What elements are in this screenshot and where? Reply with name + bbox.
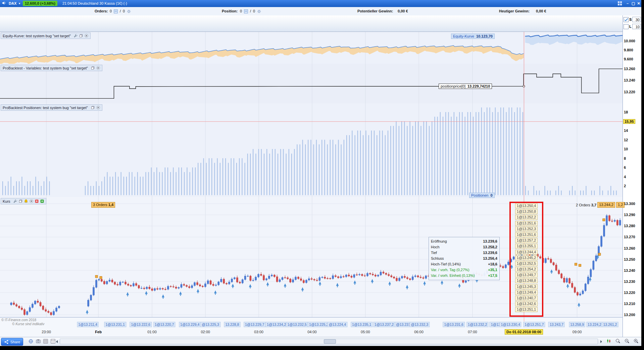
position-label: Position:: [222, 7, 238, 15]
stop-distance-input[interactable]: 30: [632, 17, 641, 22]
orders-badge-right[interactable]: 2 Orders 3,7 13.244,2 1,2: [576, 202, 625, 208]
sound-icon[interactable]: [2, 1, 6, 5]
price-axis-chip: 1@13.229,4: [179, 322, 201, 327]
price-tick: 13.260: [624, 246, 635, 250]
stop-sell-table-icon[interactable]: [549, 36, 553, 41]
crosshair-tool[interactable]: [128, 35, 137, 43]
maximize-button[interactable]: ▢: [631, 0, 636, 7]
minimize-button[interactable]: –: [625, 0, 630, 7]
orders-settings-icon[interactable]: [127, 9, 131, 14]
quantity-up-icon[interactable]: ▴: [261, 37, 262, 40]
buy-mkt-button[interactable]: 12601,0: [591, 36, 614, 45]
time-label: 03:00: [254, 330, 263, 334]
chevron-down-icon: ▾: [433, 38, 435, 41]
tooltip-row: Hoch13.258,2: [431, 244, 497, 250]
units-value: (x) Einheiten: [266, 38, 287, 42]
close-button[interactable]: ✕: [636, 0, 641, 7]
tooltip-row: Schluss13.256,4: [431, 256, 497, 261]
ohlc-tooltip: Eröffnung13.239,6Hoch13.258,2Tief13.239,…: [429, 237, 500, 280]
zigzag-multi-tool[interactable]: [119, 35, 128, 43]
anz-input[interactable]: 1: [496, 37, 513, 42]
s-label: S: [629, 17, 632, 21]
equity-tick: 9.800: [624, 48, 633, 52]
buy-flag-icon[interactable]: [40, 199, 44, 203]
instrument-symbol[interactable]: DAX: [9, 0, 16, 7]
wrench-icon[interactable]: [73, 34, 78, 38]
stop-checkbox[interactable]: [624, 17, 629, 22]
close-icon[interactable]: [84, 34, 89, 38]
close-icon[interactable]: [96, 66, 100, 70]
restore-icon[interactable]: [18, 199, 23, 203]
position-sep: /: [250, 7, 251, 15]
zigzag-tool[interactable]: [111, 35, 120, 43]
scroll-left-icon[interactable]: [55, 339, 59, 344]
order-label: 1@13.254,2: [515, 267, 538, 272]
bell-icon[interactable]: [24, 199, 28, 203]
l-label: L: [629, 24, 632, 29]
position-settings-icon[interactable]: [257, 9, 261, 14]
positions-panel-title[interactable]: ProBacktest Positionen: test system bug …: [1, 104, 102, 111]
workspace-icon[interactable]: [617, 1, 622, 6]
units-select[interactable]: (x) Einheiten ▾: [264, 36, 319, 43]
crosshair-date-label: Do 01.02.2018 08:00: [505, 329, 543, 335]
variables-panel-title[interactable]: ProBacktest - Variables: test system bug…: [1, 65, 102, 71]
chart-style-select[interactable]: ▾: [418, 36, 437, 43]
camera-icon[interactable]: [36, 339, 41, 344]
price-axis-chip: 1@13.235,1: [351, 322, 373, 327]
order-label: 1@13.250,8: [515, 209, 538, 214]
positions-tick: 4: [624, 175, 626, 179]
scroll-right-icon[interactable]: [599, 339, 603, 344]
quantity-stepper[interactable]: 10000 ▴▾: [232, 36, 264, 43]
equity-panel-title[interactable]: Equity-Kurve: test system bug "set targe…: [1, 33, 91, 39]
order-label: 1@13.255,1: [515, 244, 538, 249]
positions-chart-panel[interactable]: [0, 103, 623, 197]
anz-label: Anz: [501, 32, 506, 36]
chart-scrollbar[interactable]: [60, 339, 598, 344]
orders-sep: /: [120, 7, 121, 15]
brush-tool[interactable]: [94, 35, 103, 43]
restore-icon[interactable]: [79, 34, 83, 38]
price-axis-chip: 13.258,9: [569, 322, 585, 327]
delete-tool[interactable]: [103, 35, 111, 43]
position-list-icon[interactable]: [244, 9, 248, 14]
position-count2: 0: [253, 7, 255, 15]
kurs-panel-title[interactable]: Kurs: [1, 198, 46, 204]
orders-badge-left[interactable]: 3 Orders 1,4: [91, 202, 115, 208]
grid-icon[interactable]: [43, 339, 48, 344]
positions-tick: 6: [624, 165, 626, 169]
candles-icon[interactable]: [606, 338, 611, 344]
potential-profit-value: 0,00 €: [398, 7, 408, 15]
zoom-reset-icon[interactable]: [615, 338, 621, 344]
positions-panel-title-text: ProBacktest Positionen: test system bug …: [3, 106, 88, 110]
time-label: 06:00: [414, 330, 424, 334]
limit-distance-input[interactable]: 10: [632, 24, 641, 29]
today-profit-label: Heutiger Gewinn:: [499, 7, 530, 15]
orders-list-icon[interactable]: [113, 9, 118, 14]
zoom-in-icon[interactable]: [633, 338, 639, 344]
timeframe-select[interactable]: 1 Minute ▾: [321, 36, 358, 43]
equity-tick: 10.000: [624, 39, 635, 43]
close-icon[interactable]: [96, 105, 100, 110]
limit-buy-table-icon[interactable]: [518, 36, 523, 41]
chevron-down-icon[interactable]: ▾: [19, 0, 20, 7]
close-icon[interactable]: [29, 199, 34, 203]
sell-mkt-button[interactable]: 12599,0: [566, 36, 590, 45]
quantity-down-icon[interactable]: ▾: [261, 40, 262, 42]
limit-checkbox[interactable]: [624, 24, 629, 29]
globe-icon[interactable]: [28, 339, 34, 344]
charts-stage: [0, 0, 641, 346]
wrench-icon[interactable]: [13, 199, 17, 203]
zoom-out-icon[interactable]: [624, 338, 630, 344]
orders-count2: 0: [123, 7, 125, 15]
share-button[interactable]: Share: [1, 338, 23, 346]
scrollbar-handle[interactable]: [324, 339, 336, 344]
price-tick: 13.280: [624, 224, 635, 228]
stop-buy-table-icon[interactable]: [541, 36, 546, 41]
potential-profit-label: Potentieller Gewinn:: [357, 7, 393, 15]
order-label: 1@13.252,2: [515, 215, 538, 220]
restore-icon[interactable]: [91, 105, 95, 110]
restore-icon[interactable]: [91, 66, 95, 70]
limit-sell-table-icon[interactable]: [525, 36, 530, 41]
order-label: 1@13.244,4: [515, 250, 538, 255]
sell-flag-icon[interactable]: [35, 199, 39, 203]
